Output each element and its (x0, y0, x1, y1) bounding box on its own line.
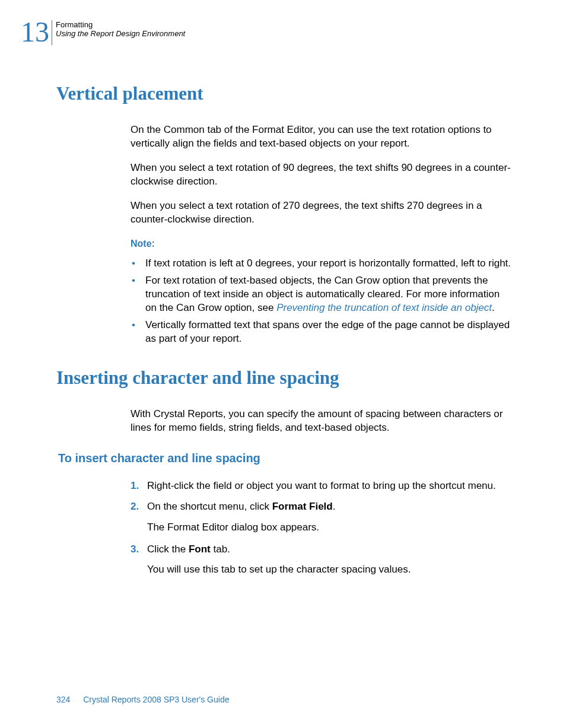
ui-label-format-field: Format Field (272, 501, 333, 512)
text: . (333, 501, 336, 512)
page-number: 324 (56, 695, 70, 704)
header-chapter-title: Formatting (56, 20, 185, 29)
text: Click the (147, 543, 189, 555)
para: When you select a text rotation of 270 d… (131, 199, 513, 227)
header-section-title: Using the Report Design Environment (56, 29, 185, 38)
note-bullet-list: If text rotation is left at 0 degrees, y… (131, 257, 513, 346)
list-item: For text rotation of text-based objects,… (131, 274, 513, 315)
page-header: 13 Formatting Using the Report Design En… (21, 18, 185, 46)
step-sub-text: You will use this tab to set up the char… (131, 563, 513, 577)
step-number: 2. (131, 500, 139, 514)
header-text-block: Formatting Using the Report Design Envir… (56, 18, 185, 38)
page-footer: 324 Crystal Reports 2008 SP3 User's Guid… (56, 695, 229, 704)
section1-body: On the Common tab of the Format Editor, … (131, 123, 513, 346)
heading-vertical-placement: Vertical placement (56, 83, 513, 104)
chapter-number: 13 (21, 18, 49, 46)
list-item: 3. Click the Font tab. (131, 543, 513, 557)
steps-list: 3. Click the Font tab. (131, 543, 513, 557)
section2-body: With Crystal Reports, you can specify th… (131, 408, 513, 435)
note-label: Note: (131, 237, 513, 250)
step-number: 1. (131, 479, 139, 493)
link-preventing-truncation[interactable]: Preventing the truncation of text inside… (276, 302, 492, 313)
doc-title: Crystal Reports 2008 SP3 User's Guide (83, 695, 229, 704)
page-content: Vertical placement On the Common tab of … (56, 83, 513, 585)
step-sub-text: The Format Editor dialog box appears. (131, 521, 513, 535)
para: When you select a text rotation of 90 de… (131, 161, 513, 189)
list-item: Vertically formatted text that spans ove… (131, 319, 513, 346)
text: tab. (211, 543, 230, 555)
para: With Crystal Reports, you can specify th… (131, 408, 513, 435)
step-number: 3. (131, 543, 139, 557)
step-text: Right-click the field or object you want… (147, 480, 496, 491)
ui-label-font: Font (189, 543, 211, 555)
list-item: 2. On the shortcut menu, click Format Fi… (131, 500, 513, 514)
heading-inserting-spacing: Inserting character and line spacing (56, 367, 513, 389)
step-text: On the shortcut menu, click Format Field… (147, 501, 335, 512)
step-text: Click the Font tab. (147, 543, 230, 555)
list-item: 1. Right-click the field or object you w… (131, 479, 513, 493)
text: On the shortcut menu, click (147, 501, 272, 512)
steps-list: 1. Right-click the field or object you w… (131, 479, 513, 514)
header-divider (52, 20, 52, 45)
list-item: If text rotation is left at 0 degrees, y… (131, 257, 513, 271)
text: . (492, 302, 495, 313)
subheading-to-insert: To insert character and line spacing (58, 452, 513, 465)
para: On the Common tab of the Format Editor, … (131, 123, 513, 151)
steps-body: 1. Right-click the field or object you w… (131, 479, 513, 577)
